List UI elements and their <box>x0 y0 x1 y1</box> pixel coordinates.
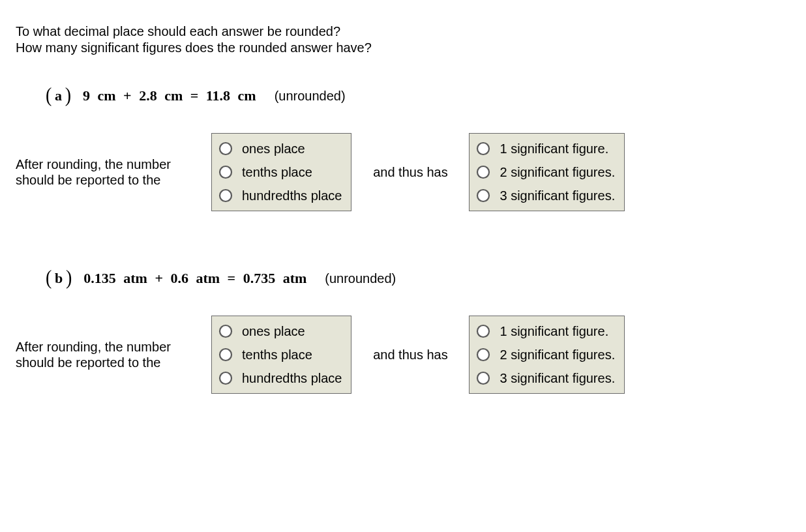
svg-point-3 <box>477 143 489 155</box>
problem-b: b 0.135 atm + 0.6 atm = 0.735 atm (unrou… <box>16 270 790 394</box>
sigfig-option-label: 2 significant figures. <box>500 162 615 182</box>
svg-point-0 <box>220 143 231 155</box>
svg-point-5 <box>477 190 489 201</box>
radio-icon[interactable] <box>476 188 490 203</box>
place-option-label: tenths place <box>242 162 312 182</box>
radio-icon[interactable] <box>476 347 490 362</box>
radio-icon[interactable] <box>476 324 490 338</box>
radio-icon[interactable] <box>218 188 233 203</box>
radio-icon[interactable] <box>476 371 490 385</box>
svg-point-6 <box>220 325 231 337</box>
middle-text-a: and thus has <box>351 165 469 180</box>
question-intro: To what decimal place should each answer… <box>16 23 790 56</box>
sigfig-choice-box-b: 1 significant figure. 2 significant figu… <box>469 316 625 394</box>
radio-icon[interactable] <box>218 347 233 362</box>
equation-a: 9 cm + 2.8 cm = 11.8 cm <box>83 87 256 104</box>
intro-line-1: To what decimal place should each answer… <box>16 23 790 40</box>
radio-icon[interactable] <box>476 141 490 156</box>
radio-icon[interactable] <box>218 371 233 385</box>
sigfig-option-label: 1 significant figure. <box>500 139 608 158</box>
place-option-label: ones place <box>242 139 305 158</box>
place-option-label: ones place <box>242 321 305 341</box>
radio-icon[interactable] <box>218 324 233 338</box>
equation-note-b: (unrounded) <box>325 271 396 286</box>
radio-icon[interactable] <box>476 165 490 179</box>
place-choice-box-b: ones place tenths place hundredths place <box>211 316 351 394</box>
svg-point-10 <box>477 349 489 361</box>
problem-a: a 9 cm + 2.8 cm = 11.8 cm (unrounded) Af… <box>16 87 790 211</box>
sigfig-option-label: 2 significant figures. <box>500 345 615 364</box>
svg-point-4 <box>477 166 489 178</box>
equation-note-a: (unrounded) <box>275 89 346 104</box>
sigfig-choice-box-a: 1 significant figure. 2 significant figu… <box>469 133 625 211</box>
svg-point-9 <box>477 325 489 337</box>
place-option-label: hundredths place <box>242 368 342 388</box>
radio-icon[interactable] <box>218 141 233 156</box>
part-label-b: b <box>52 270 65 287</box>
place-option-label: hundredths place <box>242 186 342 205</box>
radio-icon[interactable] <box>218 165 233 179</box>
svg-point-2 <box>220 190 231 201</box>
svg-point-11 <box>477 372 489 384</box>
svg-point-8 <box>220 372 231 384</box>
sigfig-option-label: 3 significant figures. <box>500 368 615 388</box>
place-option-label: tenths place <box>242 345 312 364</box>
equation-b: 0.135 atm + 0.6 atm = 0.735 atm <box>83 270 306 287</box>
svg-point-7 <box>220 349 231 361</box>
middle-text-b: and thus has <box>351 347 469 362</box>
lead-text-a: After rounding, the number should be rep… <box>16 156 211 188</box>
part-label-a: a <box>52 87 65 104</box>
sigfig-option-label: 3 significant figures. <box>500 186 615 205</box>
sigfig-option-label: 1 significant figure. <box>500 321 608 341</box>
lead-text-b: After rounding, the number should be rep… <box>16 339 211 370</box>
place-choice-box-a: ones place tenths place hundredths place <box>211 133 351 211</box>
svg-point-1 <box>220 166 231 178</box>
intro-line-2: How many significant figures does the ro… <box>16 40 790 56</box>
